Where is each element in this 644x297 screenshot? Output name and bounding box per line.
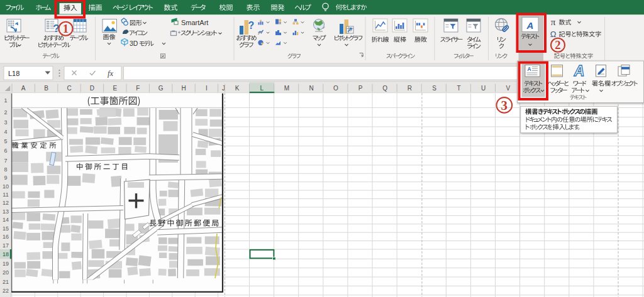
svg-text:N: N bbox=[309, 85, 313, 92]
svg-text:A: A bbox=[527, 66, 531, 72]
svg-text:G: G bbox=[158, 85, 164, 92]
svg-text:1: 1 bbox=[63, 22, 69, 35]
svg-text:M: M bbox=[284, 85, 289, 92]
svg-text:L18: L18 bbox=[8, 70, 19, 77]
svg-text:K: K bbox=[235, 85, 240, 92]
svg-text:U: U bbox=[481, 85, 486, 92]
svg-text:?: ? bbox=[248, 20, 255, 31]
svg-text:E: E bbox=[113, 85, 117, 92]
svg-text:22: 22 bbox=[3, 288, 9, 294]
svg-text:1: 1 bbox=[4, 97, 7, 104]
svg-text:2: 2 bbox=[4, 109, 7, 116]
svg-text:16: 16 bbox=[3, 234, 9, 240]
svg-text:3: 3 bbox=[501, 98, 508, 113]
svg-text:T: T bbox=[457, 85, 460, 92]
svg-text:Ω: Ω bbox=[550, 30, 557, 39]
svg-text:fx: fx bbox=[108, 69, 113, 78]
svg-text:19: 19 bbox=[3, 261, 9, 267]
svg-text:18: 18 bbox=[3, 251, 9, 257]
svg-text:P: P bbox=[358, 85, 363, 92]
svg-text:C: C bbox=[67, 85, 71, 92]
svg-text:Q: Q bbox=[382, 85, 387, 92]
svg-text:D: D bbox=[90, 85, 94, 92]
svg-text:17: 17 bbox=[3, 242, 9, 249]
svg-text:15: 15 bbox=[3, 225, 9, 232]
svg-text:11: 11 bbox=[3, 192, 8, 198]
svg-text:4: 4 bbox=[4, 129, 7, 135]
svg-text:B: B bbox=[44, 85, 48, 92]
svg-text:10: 10 bbox=[3, 183, 9, 190]
svg-text:3: 3 bbox=[4, 119, 7, 126]
svg-text:L: L bbox=[260, 85, 264, 92]
svg-text:8: 8 bbox=[4, 166, 7, 173]
svg-text:3D: 3D bbox=[130, 40, 138, 47]
svg-text:6: 6 bbox=[4, 148, 7, 154]
svg-text:A: A bbox=[21, 85, 26, 92]
svg-text:21: 21 bbox=[3, 279, 9, 285]
svg-text:2: 2 bbox=[555, 38, 560, 51]
svg-text:S: S bbox=[432, 85, 436, 92]
svg-text:F: F bbox=[136, 85, 140, 92]
svg-text:A: A bbox=[526, 20, 534, 31]
svg-text:R: R bbox=[408, 85, 412, 92]
svg-text:I: I bbox=[206, 85, 208, 92]
svg-text:O: O bbox=[333, 85, 338, 92]
svg-text:20: 20 bbox=[3, 269, 9, 276]
svg-text:π: π bbox=[551, 17, 556, 27]
svg-text:V: V bbox=[506, 85, 510, 92]
svg-text:SmartArt: SmartArt bbox=[181, 19, 208, 26]
svg-text:5: 5 bbox=[4, 138, 7, 144]
svg-text:A: A bbox=[574, 63, 585, 79]
svg-text:7: 7 bbox=[4, 158, 7, 164]
svg-text:12: 12 bbox=[3, 200, 9, 206]
svg-text:14: 14 bbox=[3, 217, 9, 223]
svg-text:9: 9 bbox=[4, 175, 7, 181]
svg-text:13: 13 bbox=[3, 208, 9, 215]
svg-text:H: H bbox=[181, 85, 186, 92]
